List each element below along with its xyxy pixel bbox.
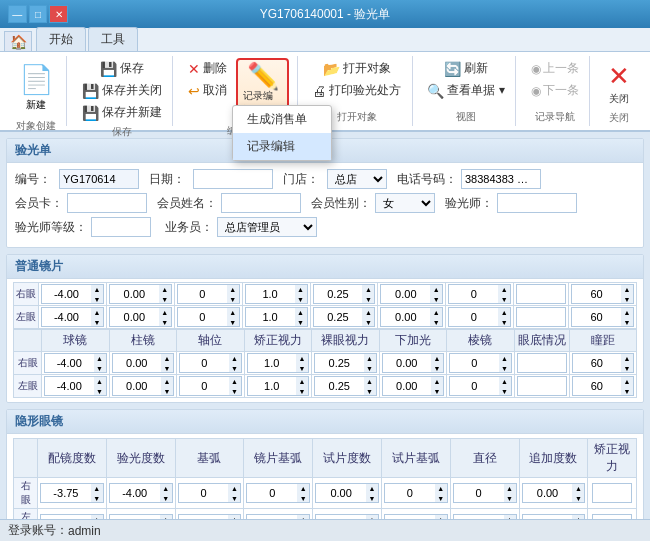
refresh-icon: 🔄 [444, 61, 461, 77]
number-input[interactable] [59, 169, 139, 189]
dropdown-item-record-edit[interactable]: 记录编辑 [233, 133, 331, 160]
gender-select[interactable]: 女 男 [375, 193, 435, 213]
cl-diameter: ▲▼ [450, 509, 519, 520]
maximize-button[interactable]: □ [29, 5, 48, 23]
save-new-button[interactable]: 💾 保存并新建 [77, 102, 167, 123]
section-form-body: 编号： 日期： 门店： 总店 电话号码： 会员卡： 会员姓名： 会员性别： [7, 163, 643, 247]
cancel-label: 取消 [203, 82, 227, 99]
home-icon-btn[interactable]: 🏠 [4, 31, 32, 51]
normal-lens-row: 左眼 ▲▼ ▲▼ ▲▼ ▲▼ ▲▼ ▲▼ ▲▼ ▲▼ [14, 306, 637, 329]
cl-col-1: 验光度数 [106, 439, 175, 478]
corrected-va-cell: ▲▼ [242, 306, 310, 329]
cl-base-curve: ▲▼ [175, 478, 244, 509]
optician-input[interactable] [497, 193, 577, 213]
next-button[interactable]: ◉ 下一条 [526, 80, 584, 101]
pd-cell: ▲▼ [569, 352, 637, 375]
cl-eye-label: 左眼 [14, 509, 38, 520]
store-select[interactable]: 总店 [327, 169, 387, 189]
naked-va-cell: ▲▼ [310, 283, 378, 306]
phone-input[interactable] [461, 169, 541, 189]
window-close-button[interactable]: ✕ [49, 5, 68, 23]
optician-level-input[interactable] [91, 217, 151, 237]
optician-label: 验光师： [445, 195, 493, 212]
cl-lens-bc: ▲▼ [244, 478, 313, 509]
title-bar: — □ ✕ YG1706140001 - 验光单 [0, 0, 650, 28]
query-label: 查看单据 ▾ [447, 82, 504, 99]
tab-home[interactable]: 开始 [36, 27, 86, 51]
login-user: admin [68, 524, 101, 538]
fundus-cell [514, 352, 569, 375]
cl-col-2: 基弧 [175, 439, 244, 478]
cl-exam-power: ▲▼ [106, 509, 175, 520]
cl-trial-bc: ▲▼ [381, 509, 450, 520]
refresh-button[interactable]: 🔄 刷新 [439, 58, 493, 79]
close-icon: ✕ [608, 61, 630, 92]
member-input[interactable] [67, 193, 147, 213]
close-button[interactable]: ✕ 关闭 [600, 58, 638, 109]
pd-cell: ▲▼ [569, 375, 637, 398]
delete-icon: ✕ [188, 61, 200, 77]
salesperson-select[interactable]: 总店管理员 [217, 217, 317, 237]
save-button[interactable]: 💾 保存 [95, 58, 149, 79]
prev-label: 上一条 [543, 60, 579, 77]
corrected-va-cell: ▲▼ [244, 352, 312, 375]
cl-add-power: ▲▼ [519, 509, 588, 520]
date-input[interactable] [193, 169, 273, 189]
print-label: 打印验光处方 [329, 82, 401, 99]
minimize-button[interactable]: — [8, 5, 27, 23]
member-label: 会员卡： [15, 195, 63, 212]
save-close-button[interactable]: 💾 保存并关闭 [77, 80, 167, 101]
section-contact-lens: 隐形眼镜 配镜度数 验光度数 基弧 镜片基弧 试片度数 试片基弧 直径 追加度数… [6, 409, 644, 519]
sphere-cell: ▲▼ [42, 352, 110, 375]
prism-cell: ▲▼ [447, 375, 515, 398]
new-icon: 📄 [19, 63, 54, 96]
cylinder-cell: ▲▼ [106, 306, 174, 329]
next-icon: ◉ [531, 84, 541, 98]
cl-base-curve: ▲▼ [175, 509, 244, 520]
normal-lens-row: 右眼 ▲▼ ▲▼ ▲▼ ▲▼ ▲▼ ▲▼ ▲▼ ▲▼ [14, 283, 637, 306]
salesperson-label: 业务员： [165, 219, 213, 236]
axis-cell: ▲▼ [174, 283, 242, 306]
tab-tools[interactable]: 工具 [88, 27, 138, 51]
cancel-button[interactable]: ↩ 取消 [183, 80, 232, 101]
normal-lens-row: 右眼 ▲▼ ▲▼ ▲▼ ▲▼ ▲▼ ▲▼ ▲▼ ▲▼ [14, 352, 637, 375]
prism-cell: ▲▼ [446, 306, 514, 329]
sphere-cell: ▲▼ [39, 306, 107, 329]
member-name-input[interactable] [221, 193, 301, 213]
print-prescription-button[interactable]: 🖨 打印验光处方 [307, 80, 406, 101]
group-close-label: 关闭 [609, 109, 629, 125]
add-cell: ▲▼ [378, 283, 446, 306]
query-button[interactable]: 🔍 查看单据 ▾ [422, 80, 509, 101]
normal-lens-combined-table: 球镜 柱镜 轴位 矫正视力 裸眼视力 下加光 棱镜 眼底情况 瞳距 右眼 ▲▼ … [13, 329, 637, 398]
cylinder-cell: ▲▼ [109, 352, 177, 375]
ribbon-tabs: 🏠 开始 工具 [0, 28, 650, 52]
normal-lens-title: 普通镜片 [7, 255, 643, 279]
fundus-cell [514, 375, 569, 398]
print-icon: 🖨 [312, 83, 326, 99]
login-label: 登录账号： [8, 522, 68, 539]
save-new-icon: 💾 [82, 105, 99, 121]
save-close-icon: 💾 [82, 83, 99, 99]
form-row-1: 编号： 日期： 门店： 总店 电话号码： [15, 169, 635, 189]
cl-diameter: ▲▼ [450, 478, 519, 509]
pd-cell: ▲▼ [569, 283, 637, 306]
cl-col-6: 直径 [450, 439, 519, 478]
prism-cell: ▲▼ [446, 283, 514, 306]
prev-button[interactable]: ◉ 上一条 [526, 58, 584, 79]
cl-add-power: ▲▼ [519, 478, 588, 509]
delete-button[interactable]: ✕ 删除 [183, 58, 232, 79]
open-object-button[interactable]: 📂 打开对象 [318, 58, 396, 79]
sphere-cell: ▲▼ [42, 375, 110, 398]
cl-exam-power: ▲▼ [106, 478, 175, 509]
group-create-label: 对象创建 [16, 117, 56, 133]
save-icon: 💾 [100, 61, 117, 77]
dropdown-item-generate-sales[interactable]: 生成消售单 [233, 106, 331, 133]
cylinder-cell: ▲▼ [109, 375, 177, 398]
naked-va-cell: ▲▼ [310, 306, 378, 329]
naked-va-cell: ▲▼ [312, 352, 380, 375]
new-button[interactable]: 📄 新建 [12, 58, 61, 117]
group-close: ✕ 关闭 关闭 [594, 56, 644, 126]
prism-cell: ▲▼ [447, 352, 515, 375]
cl-col-5: 试片基弧 [381, 439, 450, 478]
cylinder-cell: ▲▼ [106, 283, 174, 306]
